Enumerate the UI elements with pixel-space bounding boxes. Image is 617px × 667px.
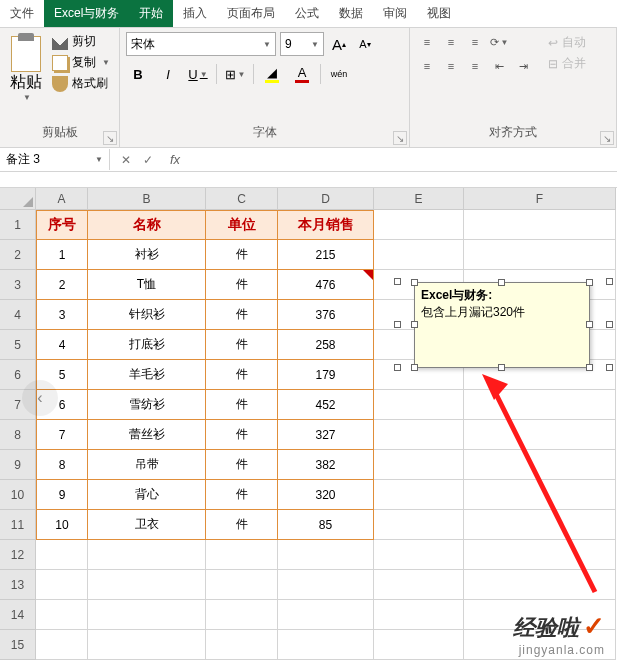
phonetic-button[interactable]: wén — [327, 62, 351, 86]
cut-button[interactable]: 剪切 — [50, 32, 112, 51]
cell[interactable]: 件 — [206, 330, 278, 360]
underline-button[interactable]: U▼ — [186, 62, 210, 86]
dialog-launcher-font[interactable]: ↘ — [393, 131, 407, 145]
align-top-button[interactable]: ≡ — [416, 32, 438, 52]
cell[interactable]: 衬衫 — [88, 240, 206, 270]
merge-button[interactable]: ⊟合并 — [544, 53, 590, 74]
row-header[interactable]: 4 — [0, 300, 36, 330]
formula-bar[interactable] — [186, 158, 617, 162]
resize-handle[interactable] — [394, 321, 401, 328]
select-all-button[interactable] — [0, 188, 36, 210]
resize-handle[interactable] — [411, 279, 418, 286]
grow-font-button[interactable]: A▴ — [328, 33, 350, 55]
cell[interactable] — [278, 630, 374, 660]
table-header[interactable]: 本月销售 — [278, 210, 374, 240]
col-header-f[interactable]: F — [464, 188, 616, 210]
cell[interactable] — [374, 240, 464, 270]
cell[interactable] — [36, 540, 88, 570]
cell[interactable]: 雪纺衫 — [88, 390, 206, 420]
cell[interactable] — [464, 390, 616, 420]
cell[interactable]: 452 — [278, 390, 374, 420]
cell[interactable]: 85 — [278, 510, 374, 540]
col-header-e[interactable]: E — [374, 188, 464, 210]
tab-insert[interactable]: 插入 — [173, 0, 217, 27]
cell[interactable]: 件 — [206, 360, 278, 390]
row-header[interactable]: 13 — [0, 570, 36, 600]
format-painter-button[interactable]: 格式刷 — [50, 74, 112, 93]
cell[interactable] — [206, 570, 278, 600]
cell[interactable] — [374, 570, 464, 600]
italic-button[interactable]: I — [156, 62, 180, 86]
cell[interactable]: 4 — [36, 330, 88, 360]
cell[interactable] — [88, 570, 206, 600]
fill-color-button[interactable]: ◢ — [260, 62, 284, 86]
cell[interactable]: 打底衫 — [88, 330, 206, 360]
tab-page-layout[interactable]: 页面布局 — [217, 0, 285, 27]
name-box[interactable]: 备注 3▼ — [0, 149, 110, 170]
cell[interactable] — [206, 600, 278, 630]
cell[interactable]: 382 — [278, 450, 374, 480]
resize-handle[interactable] — [411, 364, 418, 371]
cell[interactable] — [374, 390, 464, 420]
cell[interactable] — [278, 540, 374, 570]
cell[interactable]: 件 — [206, 480, 278, 510]
font-color-button[interactable]: A — [290, 62, 314, 86]
cell[interactable]: 卫衣 — [88, 510, 206, 540]
cell[interactable]: 件 — [206, 240, 278, 270]
table-header[interactable]: 名称 — [88, 210, 206, 240]
align-left-button[interactable]: ≡ — [416, 56, 438, 76]
cell[interactable] — [374, 600, 464, 630]
font-size-select[interactable]: 9▼ — [280, 32, 324, 56]
resize-handle[interactable] — [606, 278, 613, 285]
cell[interactable] — [464, 240, 616, 270]
col-header-a[interactable]: A — [36, 188, 88, 210]
resize-handle[interactable] — [586, 279, 593, 286]
tab-review[interactable]: 审阅 — [373, 0, 417, 27]
cell[interactable]: 件 — [206, 510, 278, 540]
row-header[interactable]: 15 — [0, 630, 36, 660]
bold-button[interactable]: B — [126, 62, 150, 86]
paste-button[interactable]: 粘贴 ▼ — [6, 32, 46, 106]
cell-with-comment[interactable]: 476 — [278, 270, 374, 300]
cell[interactable]: 376 — [278, 300, 374, 330]
row-header[interactable]: 9 — [0, 450, 36, 480]
tab-brand[interactable]: Excel与财务 — [44, 0, 129, 27]
cell[interactable]: 9 — [36, 480, 88, 510]
cell[interactable]: 针织衫 — [88, 300, 206, 330]
cell[interactable]: 羊毛衫 — [88, 360, 206, 390]
row-header[interactable]: 1 — [0, 210, 36, 240]
resize-handle[interactable] — [498, 364, 505, 371]
copy-button[interactable]: 复制▼ — [50, 53, 112, 72]
cell[interactable] — [374, 450, 464, 480]
col-header-c[interactable]: C — [206, 188, 278, 210]
cell[interactable] — [88, 600, 206, 630]
row-header[interactable]: 3 — [0, 270, 36, 300]
nav-left-button[interactable]: ‹ — [22, 380, 58, 416]
align-center-button[interactable]: ≡ — [440, 56, 462, 76]
cell[interactable]: 件 — [206, 450, 278, 480]
cell[interactable] — [374, 630, 464, 660]
cell[interactable]: 1 — [36, 240, 88, 270]
row-header[interactable]: 8 — [0, 420, 36, 450]
dialog-launcher-clipboard[interactable]: ↘ — [103, 131, 117, 145]
cell[interactable] — [206, 630, 278, 660]
font-name-select[interactable]: 宋体▼ — [126, 32, 276, 56]
resize-handle[interactable] — [606, 364, 613, 371]
cell[interactable]: 背心 — [88, 480, 206, 510]
orientation-button[interactable]: ⟳▼ — [488, 32, 510, 52]
row-header[interactable]: 14 — [0, 600, 36, 630]
align-middle-button[interactable]: ≡ — [440, 32, 462, 52]
cell[interactable]: 3 — [36, 300, 88, 330]
align-bottom-button[interactable]: ≡ — [464, 32, 486, 52]
cell[interactable] — [374, 210, 464, 240]
cell[interactable] — [374, 510, 464, 540]
cell[interactable] — [88, 630, 206, 660]
cell[interactable] — [278, 600, 374, 630]
col-header-d[interactable]: D — [278, 188, 374, 210]
cell[interactable]: 179 — [278, 360, 374, 390]
cell[interactable] — [374, 540, 464, 570]
cell[interactable] — [464, 420, 616, 450]
comment-box[interactable]: Excel与财务: 包含上月漏记320件 — [414, 282, 590, 368]
cell[interactable]: 吊带 — [88, 450, 206, 480]
cell[interactable]: 327 — [278, 420, 374, 450]
